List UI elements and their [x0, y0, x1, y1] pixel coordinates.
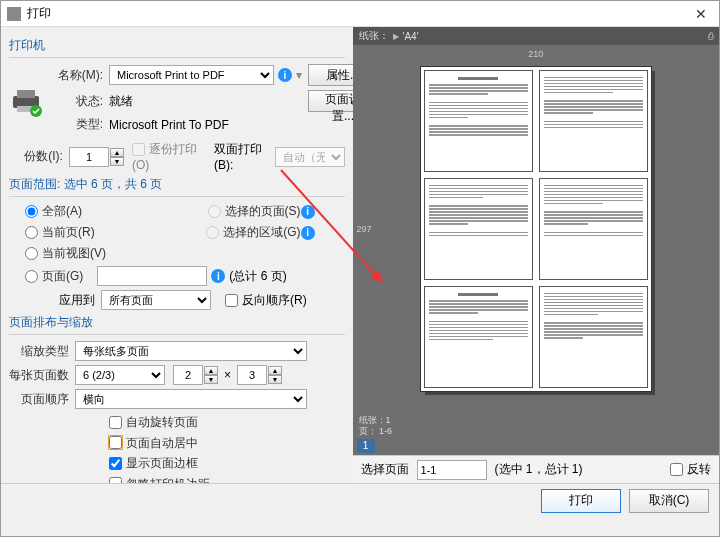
rows-input[interactable] — [237, 365, 267, 385]
show-border-checkbox[interactable] — [109, 457, 122, 470]
section-layout: 页面排布与缩放 — [9, 314, 345, 331]
duplex-label: 双面打印(B): — [214, 141, 275, 172]
info-icon[interactable]: i — [278, 68, 292, 82]
page-order-label: 页面顺序 — [9, 391, 69, 408]
auto-rotate-checkbox[interactable] — [109, 416, 122, 429]
radio-all[interactable] — [25, 205, 38, 218]
spin-down-icon[interactable]: ▼ — [110, 157, 124, 166]
radio-selected-pages — [208, 205, 221, 218]
times-label: × — [224, 368, 231, 382]
reverse-checkbox[interactable] — [225, 294, 238, 307]
page-order-select[interactable]: 横向 — [75, 389, 307, 409]
radio-current-view[interactable] — [25, 247, 38, 260]
mini-page — [539, 70, 648, 172]
print-button[interactable]: 打印 — [541, 489, 621, 513]
printer-icon — [9, 84, 43, 118]
name-label: 名称(M): — [43, 67, 103, 84]
ignore-margin-checkbox[interactable] — [109, 477, 122, 483]
info-icon[interactable]: i — [301, 226, 315, 240]
apply-to-label: 应用到 — [59, 292, 95, 309]
select-page-input[interactable] — [417, 460, 487, 480]
pages-input — [97, 266, 207, 286]
window-titlebar: 打印 ✕ — [1, 1, 719, 27]
radio-pages[interactable] — [25, 270, 38, 283]
page-tab[interactable]: 1 — [357, 439, 375, 453]
select-info: (选中 1，总计 1) — [495, 461, 583, 478]
apply-to-select[interactable]: 所有页面 — [101, 290, 211, 310]
radio-current[interactable] — [25, 226, 38, 239]
info-pages: 页： 1-6 — [359, 426, 713, 437]
type-value: Microsoft Print To PDF — [109, 118, 229, 132]
collate-checkbox — [132, 143, 145, 156]
app-icon — [7, 7, 21, 21]
dropdown-icon[interactable]: ▾ — [296, 68, 308, 82]
ruler-height: 297 — [357, 224, 372, 234]
preview-panel: 纸张：▶'A4' ⎙ 210 297 纸张：1 页： 1-6 1 选择页面 — [353, 27, 719, 483]
status-value: 就绪 — [109, 93, 133, 110]
spin-up-icon[interactable]: ▲ — [110, 148, 124, 157]
radio-selected-area — [206, 226, 219, 239]
page-nav: 纸张：1 页： 1-6 1 — [353, 413, 719, 455]
status-label: 状态: — [43, 93, 103, 110]
window-title: 打印 — [27, 5, 689, 22]
info-icon[interactable]: i — [211, 269, 225, 283]
cols-input[interactable] — [173, 365, 203, 385]
info-icon[interactable]: i — [301, 205, 315, 219]
pps-label: 每张页面数 — [9, 367, 69, 384]
total-pages: (总计 6 页) — [229, 268, 286, 285]
preview-bottom: 选择页面 (选中 1，总计 1) 反转 — [353, 455, 719, 483]
pps-select[interactable]: 6 (2/3) — [75, 365, 165, 385]
info-paper: 纸张：1 — [359, 415, 713, 426]
close-icon[interactable]: ✕ — [689, 6, 713, 22]
settings-panel: 打印机 名称(M): Microsoft Print to PDF i ▾ 属性… — [1, 27, 353, 483]
dialog-footer: 打印 取消(C) — [1, 483, 719, 517]
mini-page — [424, 286, 533, 388]
svg-rect-1 — [17, 90, 35, 98]
duplex-select: 自动（无） — [275, 147, 345, 167]
copies-label: 份数(I): — [9, 148, 63, 165]
section-range: 页面范围: 选中 6 页，共 6 页 — [9, 176, 345, 193]
mini-page — [424, 178, 533, 280]
printer-select[interactable]: Microsoft Print to PDF — [109, 65, 274, 85]
zoom-type-label: 缩放类型 — [9, 343, 69, 360]
auto-center-checkbox[interactable] — [109, 436, 122, 449]
copies-stepper[interactable]: ▲▼ — [69, 147, 124, 167]
page-setup-button[interactable]: 页面设置... — [308, 90, 353, 112]
reverse-preview-checkbox[interactable] — [670, 463, 683, 476]
preview-sheet — [421, 67, 651, 391]
triangle-icon: ▶ — [393, 32, 399, 41]
zoom-type-select[interactable]: 每张纸多页面 — [75, 341, 307, 361]
copies-input[interactable] — [69, 147, 109, 167]
properties-button[interactable]: 属性... — [308, 64, 353, 86]
cancel-button[interactable]: 取消(C) — [629, 489, 709, 513]
mini-page — [539, 178, 648, 280]
ruler-width: 210 — [528, 49, 543, 59]
select-page-label: 选择页面 — [361, 461, 409, 478]
mini-page — [539, 286, 648, 388]
mini-page — [424, 70, 533, 172]
preview-header: 纸张：▶'A4' ⎙ — [353, 27, 719, 45]
section-printer: 打印机 — [9, 37, 345, 54]
type-label: 类型: — [43, 116, 103, 133]
